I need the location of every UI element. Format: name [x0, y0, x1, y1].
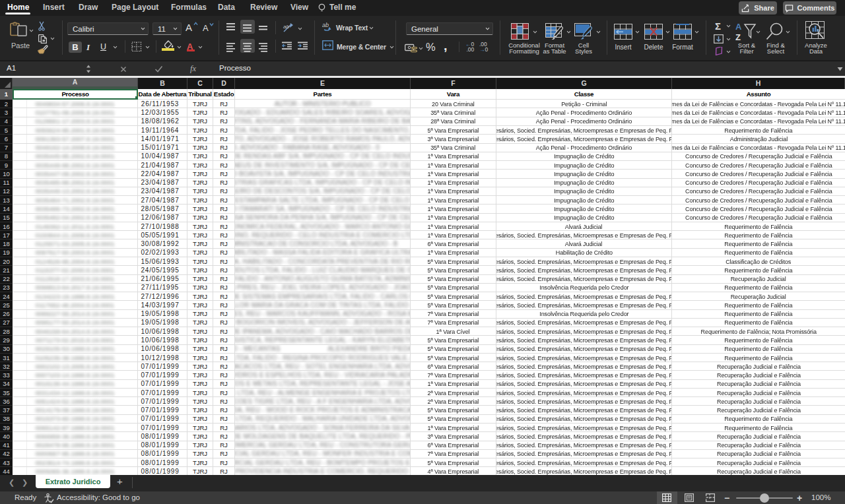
svg-text:ab: ab [283, 24, 289, 30]
svg-text:ab: ab [322, 22, 329, 28]
svg-text:Z: Z [735, 32, 741, 42]
svg-text:A: A [735, 22, 742, 32]
